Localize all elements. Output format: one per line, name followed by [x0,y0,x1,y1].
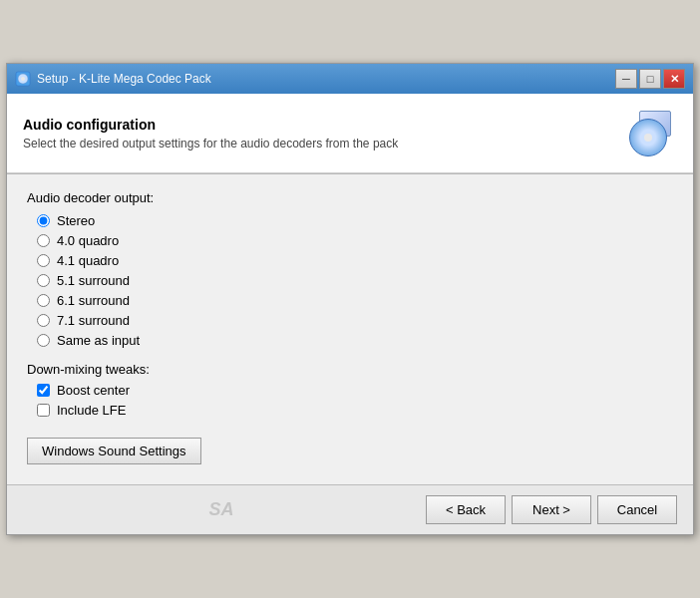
radio-quadro40-label: 4.0 quadro [57,233,119,248]
svg-point-2 [21,77,25,81]
radio-quadro41-input[interactable] [37,254,50,267]
codec-icon [625,109,675,158]
cancel-button[interactable]: Cancel [597,495,677,524]
footer: SA < Back Next > Cancel [7,484,693,534]
radio-stereo-label: Stereo [57,213,95,228]
back-button[interactable]: < Back [426,495,506,524]
radio-sameasinput-label: Same as input [57,333,140,348]
radio-surround61-label: 6.1 surround [57,293,130,308]
radio-surround51-input[interactable] [37,274,50,287]
watermark-text: SA [208,499,233,520]
audio-decoder-radio-group: Stereo 4.0 quadro 4.1 quadro 5.1 surroun… [37,213,673,348]
windows-sound-button[interactable]: Windows Sound Settings [27,438,201,464]
header-subtitle: Select the desired output settings for t… [23,137,622,150]
header-text: Audio configuration Select the desired o… [23,117,622,150]
radio-sameasinput-input[interactable] [37,334,50,347]
radio-surround51-label: 5.1 surround [57,273,130,288]
codec-disc [629,119,667,156]
maximize-button[interactable]: □ [639,69,661,89]
checkbox-boost-center-label: Boost center [57,383,130,398]
title-bar: Setup - K-Lite Mega Codec Pack ─ □ ✕ [7,64,693,94]
title-bar-left: Setup - K-Lite Mega Codec Pack [15,71,211,87]
checkbox-include-lfe-label: Include LFE [57,403,126,418]
checkbox-boost-center[interactable]: Boost center [37,383,673,398]
radio-quadro40-input[interactable] [37,234,50,247]
radio-sameasinput[interactable]: Same as input [37,333,673,348]
checkbox-include-lfe[interactable]: Include LFE [37,403,673,418]
window-title: Setup - K-Lite Mega Codec Pack [37,72,211,86]
checkbox-include-lfe-input[interactable] [37,404,50,417]
close-button[interactable]: ✕ [663,69,685,89]
downmixing-checkbox-group: Boost center Include LFE [37,383,673,418]
radio-surround61-input[interactable] [37,294,50,307]
checkbox-boost-center-input[interactable] [37,384,50,397]
header-icon-area [622,106,677,160]
downmixing-label: Down-mixing tweaks: [27,362,673,377]
radio-surround71-input[interactable] [37,314,50,327]
radio-surround71[interactable]: 7.1 surround [37,313,673,328]
next-button[interactable]: Next > [512,495,591,524]
radio-quadro40[interactable]: 4.0 quadro [37,233,673,248]
radio-quadro41-label: 4.1 quadro [57,253,119,268]
radio-surround61[interactable]: 6.1 surround [37,293,673,308]
radio-stereo[interactable]: Stereo [37,213,673,228]
radio-surround71-label: 7.1 surround [57,313,130,328]
content-area: Audio decoder output: Stereo 4.0 quadro … [7,174,693,484]
radio-stereo-input[interactable] [37,214,50,227]
header-title: Audio configuration [23,117,622,133]
minimize-button[interactable]: ─ [615,69,637,89]
radio-surround51[interactable]: 5.1 surround [37,273,673,288]
audio-decoder-label: Audio decoder output: [27,190,673,205]
radio-quadro41[interactable]: 4.1 quadro [37,253,673,268]
app-icon [15,71,31,87]
header-section: Audio configuration Select the desired o… [7,94,693,173]
main-window: Setup - K-Lite Mega Codec Pack ─ □ ✕ Aud… [6,63,694,535]
title-buttons: ─ □ ✕ [615,69,685,89]
watermark-area: SA [23,499,420,520]
